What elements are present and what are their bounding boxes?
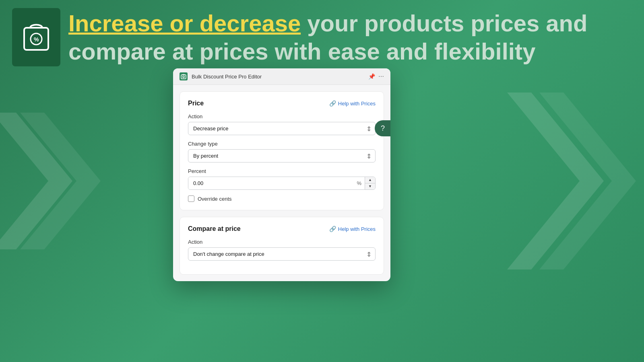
help-fab-icon: ?: [381, 124, 385, 133]
price-help-link-text: Help with Prices: [338, 101, 376, 107]
window-content: Price 🔗 Help with Prices Action Increase…: [173, 91, 390, 275]
price-section: Price 🔗 Help with Prices Action Increase…: [180, 91, 384, 210]
compare-section-header: Compare at price 🔗 Help with Prices: [188, 225, 376, 232]
compare-help-link[interactable]: 🔗 Help with Prices: [329, 226, 376, 232]
price-action-select-wrapper: Increase price Decrease price Set price …: [188, 122, 376, 135]
headline-text: Increase or decrease your products price…: [68, 9, 632, 65]
override-cents-label[interactable]: Override cents: [198, 196, 232, 202]
price-percent-input-wrapper: % ▲ ▼: [188, 177, 376, 190]
compare-action-select-wrapper: Don't change compare at price Increase p…: [188, 247, 376, 261]
decorative-chevrons-left: [0, 80, 121, 282]
logo-box: %: [12, 8, 60, 66]
price-section-title: Price: [188, 100, 204, 107]
price-change-type-select-wrapper: By percent By amount Set to amount ⇕: [188, 149, 376, 162]
app-logo-icon: %: [22, 20, 50, 55]
titlebar-right: 📌 ⋯: [368, 73, 384, 80]
price-action-select[interactable]: Increase price Decrease price Set price …: [188, 122, 376, 135]
price-change-type-label: Change type: [188, 141, 376, 147]
help-fab-button[interactable]: ?: [375, 120, 390, 136]
compare-at-price-section: Compare at price 🔗 Help with Prices Acti…: [180, 217, 384, 275]
link-icon: 🔗: [329, 100, 336, 107]
price-change-type-select[interactable]: By percent By amount Set to amount: [188, 149, 376, 162]
override-cents-row: Override cents: [188, 195, 376, 202]
headline-colored: Increase or decrease: [68, 10, 301, 36]
price-percent-input[interactable]: [188, 177, 354, 189]
compare-section-title: Compare at price: [188, 225, 241, 232]
price-change-type-field: Change type By percent By amount Set to …: [188, 141, 376, 162]
header-area: % Increase or decrease your products pri…: [0, 0, 644, 74]
pin-icon[interactable]: 📌: [368, 73, 375, 80]
compare-help-link-text: Help with Prices: [338, 226, 376, 232]
percent-suffix: %: [354, 177, 365, 189]
price-action-field: Action Increase price Decrease price Set…: [188, 113, 376, 135]
window-titlebar: % Bulk Discount Price Pro Editor 📌 ⋯: [173, 68, 390, 85]
stepper-buttons: ▲ ▼: [365, 177, 375, 189]
svg-marker-2: [507, 93, 604, 269]
app-favicon: %: [180, 72, 188, 80]
price-percent-field: Percent % ▲ ▼: [188, 168, 376, 190]
compare-action-label: Action: [188, 239, 376, 245]
svg-text:%: %: [34, 36, 39, 43]
app-window: % Bulk Discount Price Pro Editor 📌 ⋯ Pri…: [173, 68, 390, 281]
price-help-link[interactable]: 🔗 Help with Prices: [329, 100, 376, 107]
decorative-chevrons-right: [499, 60, 644, 302]
compare-action-select[interactable]: Don't change compare at price Increase p…: [188, 247, 376, 261]
titlebar-left: % Bulk Discount Price Pro Editor: [180, 72, 262, 80]
svg-marker-0: [0, 113, 72, 249]
more-options-icon[interactable]: ⋯: [378, 73, 384, 80]
price-action-label: Action: [188, 113, 376, 119]
stepper-down-button[interactable]: ▼: [365, 183, 375, 189]
override-cents-checkbox[interactable]: [188, 195, 194, 202]
compare-action-field: Action Don't change compare at price Inc…: [188, 239, 376, 261]
compare-link-icon: 🔗: [329, 226, 336, 232]
stepper-up-button[interactable]: ▲: [365, 177, 375, 183]
window-title: Bulk Discount Price Pro Editor: [192, 74, 262, 80]
price-section-header: Price 🔗 Help with Prices: [188, 100, 376, 107]
price-percent-label: Percent: [188, 168, 376, 174]
